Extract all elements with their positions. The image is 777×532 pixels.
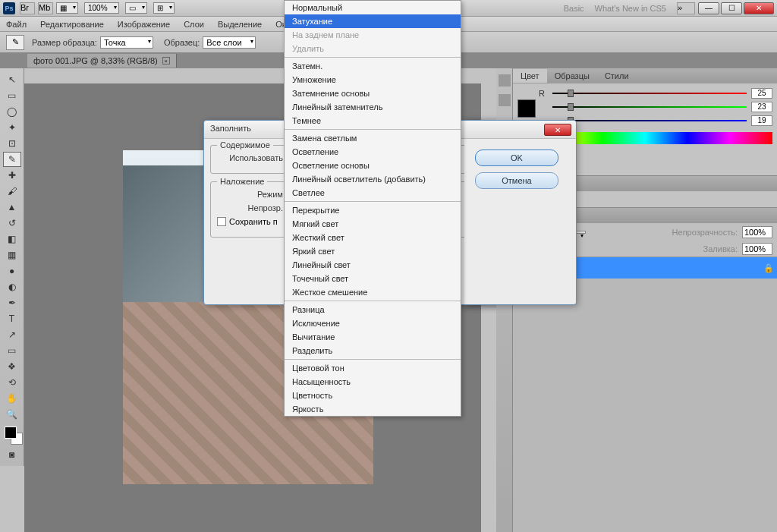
blend-item[interactable]: Затемнение основы [285,87,461,100]
preserve-checkbox[interactable] [217,217,226,226]
styles-tab[interactable]: Стили [597,69,637,83]
layer-lock-icon: 🔒 [763,263,772,272]
wand-tool[interactable]: ✦ [3,120,21,135]
blend-mode-dropdown[interactable]: Нормальный Затухание На заднем плане Уда… [284,0,461,417]
blend-item[interactable]: Яркий свет [285,244,461,258]
dock-icon[interactable] [499,74,511,87]
sample-layers-select[interactable]: Все слои [203,36,256,49]
color-tab[interactable]: Цвет [513,69,547,83]
dock-icon[interactable] [499,94,511,106]
menu-file[interactable]: Файл [6,20,27,29]
sample-size-select[interactable]: Точка [100,36,153,49]
view-extras-select[interactable]: ▦ [56,2,78,14]
workspace-more[interactable]: » [677,2,695,14]
blend-item[interactable]: Вычитание [285,330,461,344]
b-slider[interactable] [552,117,747,124]
document-tab-label: фото 001.JPG @ 8,33% (RGB/8) [33,56,158,65]
pen-tool[interactable]: ✒ [3,295,21,310]
blend-item[interactable]: Перекрытие [285,203,461,217]
cancel-button[interactable]: Отмена [475,172,558,189]
foreground-swatch[interactable] [5,427,17,439]
blend-item[interactable]: Осветление [285,145,461,159]
workspace-whatsnew[interactable]: What's New in CS5 [595,4,666,13]
toolbox: ↖ ▭ ◯ ✦ ⊡ ✎ ✚ 🖌 ▲ ↺ ◧ ▦ ● ◐ ✒ T ↗ ▭ ❖ ⟲ … [0,68,24,466]
blend-item[interactable]: Цветность [285,389,461,402]
menu-layer[interactable]: Слои [184,20,204,29]
workspace-basic[interactable]: Basic [564,4,584,13]
g-value[interactable]: 23 [751,102,772,112]
eyedropper-icon[interactable]: ✎ [6,35,24,50]
blend-item[interactable]: Нормальный [285,1,461,14]
window-close[interactable]: ✕ [744,2,774,14]
blend-item[interactable]: Насыщенность [285,375,461,389]
opacity-panel-value[interactable]: 100% [742,226,772,238]
brush-tool[interactable]: 🖌 [3,184,21,199]
blend-item-highlighted[interactable]: Затухание [285,14,461,28]
document-tab[interactable]: фото 001.JPG @ 8,33% (RGB/8) × [27,54,177,68]
fill-dialog-buttons-panel: ✕ OK Отмена [464,120,577,305]
shape-tool[interactable]: ▭ [3,343,21,358]
ok-button[interactable]: OK [475,150,558,166]
gradient-tool[interactable]: ▦ [3,247,21,263]
screen-mode-select[interactable]: ▭ [125,2,147,14]
crop-tool[interactable]: ⊡ [3,136,21,151]
r-slider[interactable] [552,90,747,97]
blend-item[interactable]: Замена светлым [285,131,461,145]
fill-panel-value[interactable]: 100% [742,243,772,255]
blend-item[interactable]: Жесткий свет [285,231,461,244]
eyedropper-tool[interactable]: ✎ [3,152,21,167]
stamp-tool[interactable]: ▲ [3,200,21,215]
blend-item[interactable]: Линейный свет [285,258,461,272]
close-icon[interactable]: × [162,57,170,65]
contents-legend: Содержимое [217,140,273,150]
window-minimize[interactable]: — [698,2,719,14]
blend-item[interactable]: Точечный свет [285,272,461,285]
window-maximize[interactable]: ☐ [721,2,742,14]
dialog-close-icon[interactable]: ✕ [544,124,571,136]
lasso-tool[interactable]: ◯ [3,104,21,119]
3d-rotate-tool[interactable]: ⟲ [3,375,21,390]
minibridge-button[interactable]: Mb [38,2,53,14]
blend-item[interactable]: Цветовой тон [285,361,461,375]
b-value[interactable]: 19 [751,115,772,126]
blend-item[interactable]: Осветление основы [285,159,461,172]
bridge-button[interactable]: Br [20,2,35,14]
blend-item[interactable]: Светлее [285,186,461,200]
swatches-tab[interactable]: Образцы [547,69,597,83]
blend-item[interactable]: Разделить [285,344,461,357]
blend-item[interactable]: Затемн. [285,59,461,73]
move-tool[interactable]: ↖ [3,72,21,87]
quickmask-tool[interactable]: ◙ [3,447,21,462]
path-tool[interactable]: ↗ [3,327,21,342]
zoom-tool[interactable]: 🔍 [3,407,21,422]
sample-layers-label: Образец: [164,38,200,47]
blend-item[interactable]: Исключение [285,316,461,330]
r-value[interactable]: 25 [751,88,772,99]
arrange-select[interactable]: ⊞ [153,2,175,14]
dodge-tool[interactable]: ◐ [3,279,21,294]
blend-item[interactable]: Линейный осветлитель (добавить) [285,172,461,186]
marquee-tool[interactable]: ▭ [3,88,21,103]
hand-tool[interactable]: ✋ [3,391,21,406]
blend-item[interactable]: Яркость [285,402,461,416]
blend-item[interactable]: Мягкий свет [285,217,461,231]
blend-item[interactable]: Жесткое смешение [285,285,461,299]
heal-tool[interactable]: ✚ [3,168,21,183]
g-slider[interactable] [552,103,747,111]
zoom-select[interactable]: 100% [84,2,119,14]
color-swatches[interactable] [2,427,22,446]
blur-tool[interactable]: ● [3,263,21,279]
blend-item[interactable]: Разница [285,303,461,316]
eraser-tool[interactable]: ◧ [3,231,21,247]
menu-edit[interactable]: Редактирование [40,20,104,29]
blend-item[interactable]: Темнее [285,114,461,127]
preserve-label: Сохранить п [229,217,278,226]
menu-image[interactable]: Изображение [118,20,170,29]
foreground-color-box[interactable] [517,99,536,118]
menu-select[interactable]: Выделение [218,20,262,29]
3d-tool[interactable]: ❖ [3,359,21,374]
blend-item[interactable]: Линейный затемнитель [285,100,461,114]
history-brush-tool[interactable]: ↺ [3,216,21,231]
type-tool[interactable]: T [3,311,21,326]
blend-item[interactable]: Умножение [285,73,461,87]
